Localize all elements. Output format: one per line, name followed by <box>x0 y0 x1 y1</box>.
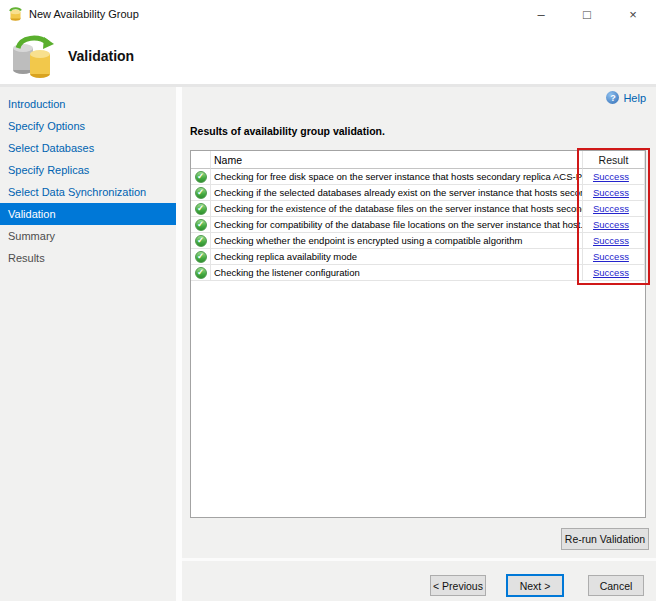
maximize-button[interactable]: □ <box>564 0 610 28</box>
success-check-icon: ✓ <box>195 203 207 215</box>
success-check-icon: ✓ <box>195 235 207 247</box>
status-cell: ✓ <box>191 233 211 249</box>
window-title: New Availability Group <box>29 8 139 20</box>
rerun-validation-button[interactable]: Re-run Validation <box>561 528 649 550</box>
table-row[interactable]: ✓ Checking for compatibility of the data… <box>191 217 645 233</box>
result-cell: Success <box>583 185 645 201</box>
status-cell: ✓ <box>191 217 211 233</box>
footer-bar: < Previous Next > Cancel <box>182 561 656 601</box>
name-column-header: Name <box>211 151 583 169</box>
table-row[interactable]: ✓ Checking for free disk space on the se… <box>191 169 645 185</box>
help-icon: ? <box>606 91 619 104</box>
result-cell: Success <box>583 201 645 217</box>
window-controls: – □ × <box>518 0 656 28</box>
result-cell: Success <box>583 169 645 185</box>
success-link[interactable]: Success <box>593 235 629 246</box>
success-link[interactable]: Success <box>593 251 629 262</box>
result-cell: Success <box>583 249 645 265</box>
success-link[interactable]: Success <box>593 203 629 214</box>
help-label: Help <box>623 92 646 104</box>
success-check-icon: ✓ <box>195 267 207 279</box>
check-name-cell: Checking for free disk space on the serv… <box>211 169 583 185</box>
new-availability-group-window: New Availability Group – □ × Validation <box>0 0 656 601</box>
cancel-button[interactable]: Cancel <box>588 575 644 596</box>
page-title: Validation <box>68 48 134 64</box>
check-name-cell: Checking if the selected databases alrea… <box>211 185 583 201</box>
sidebar-step-item[interactable]: Validation <box>0 203 176 225</box>
table-row[interactable]: ✓ Checking the listener configuration Su… <box>191 265 645 281</box>
check-name-cell: Checking whether the endpoint is encrypt… <box>211 233 583 249</box>
app-icon <box>8 7 23 22</box>
results-caption: Results of availability group validation… <box>190 125 385 137</box>
sidebar-step-item[interactable]: Select Data Synchronization <box>0 181 176 203</box>
sidebar-step-item[interactable]: Summary <box>0 225 176 247</box>
result-column-header: Result <box>583 151 645 169</box>
sidebar-step-item[interactable]: Specify Replicas <box>0 159 176 181</box>
success-check-icon: ✓ <box>195 171 207 183</box>
success-check-icon: ✓ <box>195 187 207 199</box>
sidebar-step-item[interactable]: Results <box>0 247 176 269</box>
wizard-steps-sidebar: Introduction Specify Options Select Data… <box>0 87 176 601</box>
status-cell: ✓ <box>191 169 211 185</box>
table-row[interactable]: ✓ Checking for the existence of the data… <box>191 201 645 217</box>
availability-group-databases-icon <box>8 33 56 79</box>
sidebar-step-item[interactable]: Introduction <box>0 93 176 115</box>
minimize-button[interactable]: – <box>518 0 564 28</box>
wizard-header: Validation <box>0 28 656 84</box>
table-row[interactable]: ✓ Checking replica availability mode Suc… <box>191 249 645 265</box>
status-cell: ✓ <box>191 265 211 281</box>
success-check-icon: ✓ <box>195 251 207 263</box>
status-cell: ✓ <box>191 201 211 217</box>
result-cell: Success <box>583 265 645 281</box>
validation-results-table: Name Result ✓ Checking for free disk spa… <box>190 150 646 518</box>
success-link[interactable]: Success <box>593 219 629 230</box>
validation-panel: ? Help Results of availability group val… <box>182 87 656 601</box>
status-column-header <box>191 151 211 169</box>
title-bar: New Availability Group – □ × <box>0 0 656 28</box>
success-link[interactable]: Success <box>593 171 629 182</box>
success-link[interactable]: Success <box>593 267 629 278</box>
table-header-row: Name Result <box>191 151 645 169</box>
status-cell: ✓ <box>191 249 211 265</box>
previous-button[interactable]: < Previous <box>430 575 486 596</box>
check-name-cell: Checking for compatibility of the databa… <box>211 217 583 233</box>
next-button[interactable]: Next > <box>506 574 564 597</box>
check-name-cell: Checking for the existence of the databa… <box>211 201 583 217</box>
table-row[interactable]: ✓ Checking if the selected databases alr… <box>191 185 645 201</box>
check-name-cell: Checking replica availability mode <box>211 249 583 265</box>
status-cell: ✓ <box>191 185 211 201</box>
success-check-icon: ✓ <box>195 219 207 231</box>
sidebar-step-item[interactable]: Select Databases <box>0 137 176 159</box>
close-button[interactable]: × <box>610 0 656 28</box>
success-link[interactable]: Success <box>593 187 629 198</box>
check-name-cell: Checking the listener configuration <box>211 265 583 281</box>
sidebar-step-item[interactable]: Specify Options <box>0 115 176 137</box>
help-link[interactable]: ? Help <box>606 91 646 104</box>
result-cell: Success <box>583 233 645 249</box>
table-row[interactable]: ✓ Checking whether the endpoint is encry… <box>191 233 645 249</box>
result-cell: Success <box>583 217 645 233</box>
